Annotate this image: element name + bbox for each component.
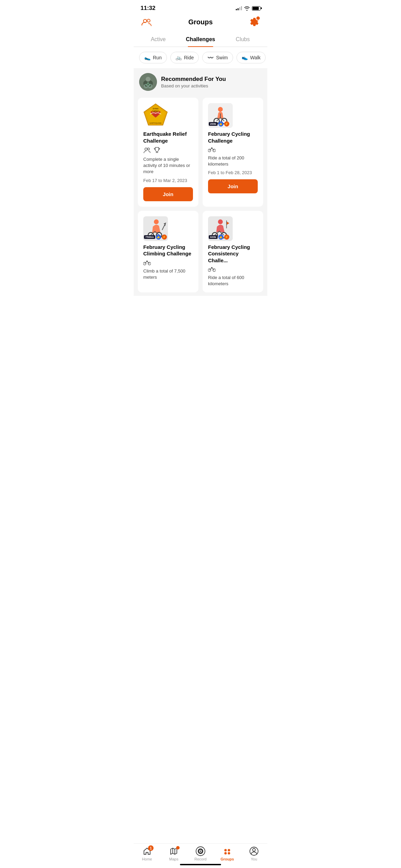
card-desc-consistency: Ride a total of 600 kilometers: [208, 275, 258, 287]
cycling-activity-icon-2: [143, 260, 151, 265]
card-title-climbing: February Cycling Climbing Challenge: [143, 244, 193, 257]
cycling-activity-icon-3: [208, 266, 216, 272]
pentagon-badge-icon: SYRIA TuRKEY EARTHQUAKE: [143, 103, 168, 127]
recommended-text: Recommended For You Based on your activi…: [161, 76, 226, 88]
earthquake-badge: SYRIA TuRKEY EARTHQUAKE: [143, 103, 168, 128]
join-button-feb-cycling[interactable]: Join: [208, 179, 258, 193]
filter-ride-label: Ride: [184, 55, 194, 60]
svg-text:SYRIA: SYRIA: [153, 108, 159, 110]
svg-text:TuRKEY: TuRKEY: [152, 110, 159, 112]
recommended-section: Recommended For You Based on your activi…: [134, 68, 267, 94]
svg-point-20: [211, 147, 212, 149]
svg-text:EARTHQUAKE: EARTHQUAKE: [150, 122, 162, 124]
status-bar: 11:32: [134, 0, 267, 14]
cycling-badge: 200k 👍 ⚡: [208, 103, 233, 128]
signal-icon: [236, 6, 242, 10]
page-title: Groups: [188, 18, 212, 26]
filter-walk-label: Walk: [250, 55, 261, 60]
trophy-icon: [154, 147, 160, 154]
cycling-activity-icon: [208, 147, 216, 152]
battery-icon: [252, 6, 260, 11]
challenge-card-consistency: 600k 👍 ⚡ February Cycling Consistency Ch…: [203, 211, 263, 293]
challenge-card-climbing: 7500m 👍 ⚡ February Cycling Climbing Chal…: [138, 211, 198, 293]
svg-point-12: [145, 148, 147, 150]
card-icons-climbing: [143, 260, 193, 265]
tab-clubs[interactable]: Clubs: [222, 32, 264, 47]
recommended-title: Recommended For You: [161, 76, 226, 83]
card-icons-consistency: [208, 266, 258, 272]
filter-walk[interactable]: 👟 Walk: [236, 52, 266, 63]
wifi-icon: [244, 6, 250, 11]
community-icon: [143, 147, 151, 153]
climbing-badge: 7500m 👍 ⚡: [143, 216, 168, 241]
walk-icon: 👟: [242, 55, 248, 61]
avatar: [139, 73, 157, 91]
swim-icon: 〰️: [207, 55, 214, 61]
filter-ride[interactable]: 🚲 Ride: [170, 52, 199, 63]
card-dates-earthquake: Feb 17 to Mar 2, 2023: [143, 178, 193, 183]
filter-swim[interactable]: 〰️ Swim: [202, 52, 233, 63]
challenges-grid: SYRIA TuRKEY EARTHQUAKE Earthquake Relie…: [134, 94, 267, 296]
svg-point-1: [147, 19, 150, 22]
cyclist-avatar-image: [139, 73, 157, 91]
card-icons-feb-cycling: [208, 147, 258, 152]
filter-swim-label: Swim: [216, 55, 228, 60]
card-icons-earthquake: [143, 147, 193, 154]
tab-bar: Active Challenges Clubs: [134, 32, 267, 47]
svg-point-4: [146, 77, 150, 82]
svg-point-27: [146, 261, 148, 262]
card-desc-feb-cycling: Ride a total of 200 kilometers: [208, 155, 258, 167]
filter-run[interactable]: 🥿 Run: [139, 52, 167, 63]
tab-challenges[interactable]: Challenges: [179, 32, 221, 47]
join-button-earthquake[interactable]: Join: [143, 187, 193, 201]
notification-dot: [256, 16, 260, 21]
groups-people-icon[interactable]: [141, 16, 153, 28]
svg-point-15: [218, 107, 223, 112]
card-desc-earthquake: Complete a single activity of 10 minutes…: [143, 156, 193, 175]
svg-point-35: [211, 267, 212, 268]
filter-run-label: Run: [153, 55, 162, 60]
status-icons: [236, 6, 260, 11]
recommended-subtitle: Based on your activities: [161, 83, 226, 88]
svg-point-13: [147, 148, 149, 150]
ride-icon: 🚲: [175, 55, 182, 61]
card-dates-feb-cycling: Feb 1 to Feb 28, 2023: [208, 170, 258, 175]
settings-notification-button[interactable]: [248, 16, 260, 28]
bottom-spacer: [134, 296, 267, 327]
challenge-card-feb-cycling: 200k 👍 ⚡ February Cycling Challenge Ride…: [203, 98, 263, 207]
run-icon: 🥿: [144, 55, 151, 61]
svg-point-22: [154, 219, 159, 224]
status-time: 11:32: [141, 5, 155, 12]
page-header: Groups: [134, 14, 267, 32]
card-title-earthquake: Earthquake Relief Challenge: [143, 131, 193, 144]
consistency-badge: 600k 👍 ⚡: [208, 216, 233, 241]
tab-active[interactable]: Active: [137, 32, 179, 47]
challenge-card-earthquake: SYRIA TuRKEY EARTHQUAKE Earthquake Relie…: [138, 98, 198, 207]
card-title-feb-cycling: February Cycling Challenge: [208, 131, 258, 144]
card-title-consistency: February Cycling Consistency Challe...: [208, 244, 258, 264]
svg-point-29: [218, 219, 223, 224]
card-desc-climbing: Climb a total of 7,500 meters: [143, 268, 193, 280]
filter-row: 🥿 Run 🚲 Ride 〰️ Swim 👟 Walk 🥾 H: [134, 47, 267, 68]
